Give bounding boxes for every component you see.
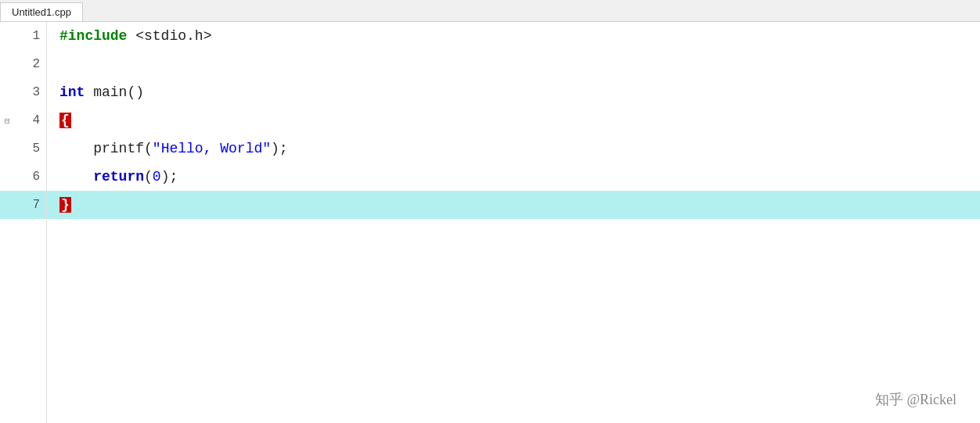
- line-num-7: 7: [0, 191, 46, 219]
- file-tab[interactable]: Untitled1.cpp: [0, 2, 83, 21]
- string-literal: "Hello, World": [153, 141, 271, 156]
- line-num-6: 6: [0, 163, 46, 191]
- code-line-6: return(0);: [47, 163, 980, 191]
- tab-label: Untitled1.cpp: [12, 6, 71, 18]
- code-line-2: [47, 50, 980, 78]
- line-num-1: 1: [0, 22, 46, 50]
- include-keyword: #include: [59, 28, 135, 44]
- window: Untitled1.cpp 1 2 3 ⊟: [0, 0, 980, 423]
- watermark: 知乎 @Rickel: [875, 390, 957, 409]
- code-line-4: {: [47, 106, 980, 134]
- close-brace-marker: }: [59, 197, 71, 213]
- code-area[interactable]: #include <stdio.h> int main() { printf("…: [47, 22, 980, 423]
- code-line-1: #include <stdio.h>: [47, 22, 980, 50]
- open-brace-marker: {: [59, 113, 71, 128]
- collapse-icon[interactable]: ⊟: [5, 116, 10, 126]
- code-line-5: printf("Hello, World");: [47, 134, 980, 163]
- line-num-4: ⊟ 4: [0, 106, 46, 134]
- line-num-2: 2: [0, 50, 46, 78]
- line-num-3: 3: [0, 78, 46, 106]
- line-num-5: 5: [0, 134, 46, 163]
- code-line-7: }: [47, 191, 980, 219]
- return-keyword: return: [93, 169, 144, 185]
- editor-wrapper: 1 2 3 ⊟ 4 5: [0, 22, 980, 423]
- code-line-3: int main(): [47, 78, 980, 106]
- line-numbers: 1 2 3 ⊟ 4 5: [0, 22, 47, 423]
- editor-container: 1 2 3 ⊟ 4 5: [0, 22, 980, 423]
- int-keyword: int: [59, 84, 85, 100]
- return-value: 0: [153, 169, 161, 185]
- tab-bar: Untitled1.cpp: [0, 0, 980, 22]
